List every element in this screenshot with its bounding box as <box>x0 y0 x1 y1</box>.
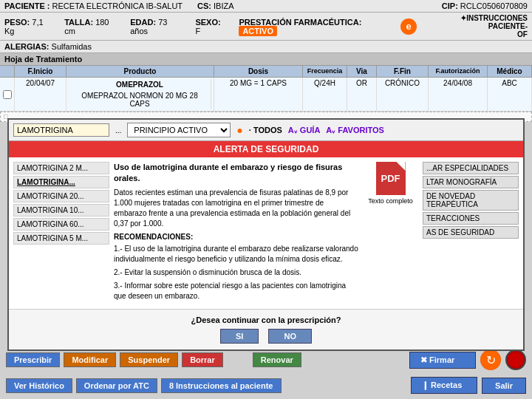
prestacion-field: PRESTACIÓN FARMACÉUTICA: ACTIVO <box>239 18 386 35</box>
right-option-seguridad[interactable]: AS DE SEGURIDAD <box>423 226 519 239</box>
edad-field: EDAD: 73 años <box>130 18 180 35</box>
row-fautorizacion: 24/04/08 <box>429 78 488 111</box>
col-check <box>0 66 15 77</box>
renovar-button[interactable]: Renovar <box>253 352 301 367</box>
secondary-buttons-left: Ver Histórico Ordenar por ATC 8 Instrucc… <box>6 378 282 393</box>
results-list: LAMOTRIGINA 2 M... LAMOTRIGINA... LAMOTR… <box>13 162 109 304</box>
result-item[interactable]: LAMOTRIGINA 5 M... <box>13 232 109 245</box>
refresh-icon[interactable]: ↻ <box>480 349 501 370</box>
action-buttons-right: ✖ Firmar ↻ <box>409 349 526 370</box>
sexo-field: SEXO: F <box>195 18 224 35</box>
no-button[interactable]: NO <box>268 329 312 344</box>
hoja-bar: Hoja de Tratamiento <box>0 53 532 66</box>
talla-field: TALLA: 180 cm <box>64 18 115 35</box>
guia-label[interactable]: Aᵥ GUÍA <box>288 126 321 135</box>
action-buttons-left: Prescribir Modificar Suspender Borrar Re… <box>6 352 301 367</box>
cs-label: CS: IBIZA <box>197 1 234 10</box>
col-ffin: F.Fin <box>377 66 429 77</box>
right-option-interacciones[interactable]: TERACCIONES <box>423 212 519 225</box>
secondary-buttons-right: ❙ Recetas Salir <box>411 377 526 394</box>
patient-info-bar: PESO: 7,1 Kg TALLA: 180 cm EDAD: 73 años… <box>0 13 532 41</box>
pdf-icon[interactable]: PDF <box>376 162 406 195</box>
modificar-button[interactable]: Modificar <box>64 352 116 367</box>
firmar-button[interactable]: ✖ Firmar <box>409 352 476 369</box>
salir-button[interactable]: Salir <box>482 378 526 394</box>
confirm-section: ¿Desea continuar con la prescripción? SI… <box>9 309 523 349</box>
row-producto: OMEPRAZOL OMEPRAZOL NORMON 20 MG 28 CAPS <box>66 78 214 111</box>
result-item[interactable]: LAMOTRIGINA 60... <box>13 218 109 231</box>
right-options: ...AR ESPECIALIDADES LTAR MONOGRAFÍA DE … <box>423 162 519 304</box>
col-fautorizacion: F.autorización <box>429 66 488 77</box>
col-via: Via <box>347 66 377 77</box>
instrucciones-label[interactable]: ✦INSTRUCCIONES PACIENTE-OF <box>432 14 528 38</box>
email-icon-container: e <box>400 18 417 35</box>
row-dosis: 20 MG = 1 CAPS <box>214 78 303 111</box>
peso-field: PESO: 7,1 Kg <box>4 18 50 35</box>
result-item[interactable]: LAMOTRIGINA 20... <box>13 190 109 202</box>
header-right: CIP: RCLC0506070809 <box>442 1 528 10</box>
row-ffin: CRÓNICO <box>377 78 429 111</box>
col-finicio: F.Inicio <box>15 66 66 77</box>
ordenar-atc-button[interactable]: Ordenar por ATC <box>76 378 157 393</box>
rec1-text: 1.- El uso de la lamotrigina durante el … <box>114 244 358 265</box>
alergias-bar: ALERGIAS: Sulfamidas <box>0 41 532 53</box>
active-dot: ● <box>236 124 242 136</box>
recetas-button[interactable]: ❙ Recetas <box>411 377 477 394</box>
right-option-especialidades[interactable]: ...AR ESPECIALIDADES <box>423 162 519 174</box>
modal-overlay: ... PRINCIPIO ACTIVO ● · TODOS Aᵥ GUÍA A… <box>7 118 525 351</box>
col-producto: Producto <box>66 66 214 77</box>
col-medico: Médico <box>488 66 532 77</box>
row-frecuencia: Q/24H <box>303 78 347 111</box>
rec3-text: 3.- Informar sobre este potencial riesgo… <box>114 281 358 301</box>
row-finicio: 20/04/07 <box>15 78 66 111</box>
row-medico: ABC <box>488 78 532 111</box>
table-row: 20/04/07 OMEPRAZOL OMEPRAZOL NORMON 20 M… <box>0 78 532 112</box>
alert-content: Uso de lamotrigina durante el embarazo y… <box>114 162 358 304</box>
alert-header: ALERTA DE SEGURIDAD <box>9 141 523 157</box>
instrucciones-paciente-button[interactable]: 8 Instrucciones al paciente <box>161 378 282 393</box>
result-item[interactable]: LAMOTRIGINA 10... <box>13 204 109 216</box>
todos-label[interactable]: · TODOS <box>249 126 282 134</box>
paciente-label: PACIENTE : RECETA ELECTRÓNICA IB-SALUT <box>4 1 183 10</box>
col-dosis: Dosis <box>214 66 303 77</box>
ellipsis: ... <box>115 126 121 134</box>
activo-badge: ACTIVO <box>239 26 277 36</box>
pdf-label: Texto completo <box>368 197 413 205</box>
col-frecuencia: Frecuencia <box>303 66 347 77</box>
cip-label: CIP: RCLC0506070809 <box>442 1 528 10</box>
alert-body: LAMOTRIGINA 2 M... LAMOTRIGINA... LAMOTR… <box>9 157 523 309</box>
row-checkbox[interactable] <box>0 78 15 111</box>
alert-title: Uso de lamotrigina durante el embarazo y… <box>114 162 358 185</box>
top-header-bar: PACIENTE : RECETA ELECTRÓNICA IB-SALUT C… <box>0 0 532 13</box>
borrar-button[interactable]: Borrar <box>182 352 223 367</box>
ver-historico-button[interactable]: Ver Histórico <box>6 378 72 393</box>
result-item[interactable]: LAMOTRIGINA 2 M... <box>13 162 109 174</box>
right-option-novedad[interactable]: DE NOVEDAD TERAPÉUTICA <box>423 190 519 211</box>
recomendaciones-label: RECOMENDACIONES: <box>114 232 358 242</box>
si-button[interactable]: SI <box>220 329 259 344</box>
right-option-monografia[interactable]: LTAR MONOGRAFÍA <box>423 176 519 188</box>
row-via: OR <box>347 78 377 111</box>
favoritos-label[interactable]: Aᵥ FAVORITOS <box>326 126 384 135</box>
search-input[interactable] <box>13 123 109 137</box>
suspender-button[interactable]: Suspender <box>120 352 178 367</box>
modal-search-bar: ... PRINCIPIO ACTIVO ● · TODOS Aᵥ GUÍA A… <box>9 120 523 141</box>
result-item-selected[interactable]: LAMOTRIGINA... <box>13 176 109 188</box>
rec2-text: 2.- Evitar la suspensión o disminución b… <box>114 267 358 278</box>
alert-body-text: Datos recientes estiman una prevalencia … <box>114 188 358 229</box>
prescribir-button[interactable]: Prescribir <box>6 352 60 367</box>
confirm-text: ¿Desea continuar con la prescripción? <box>15 316 517 324</box>
pdf-box: PDF Texto completo <box>363 162 418 304</box>
table-header: F.Inicio Producto Dosis Frecuencia Via F… <box>0 66 532 78</box>
email-icon: e <box>400 18 417 35</box>
header-left: PACIENTE : RECETA ELECTRÓNICA IB-SALUT C… <box>4 1 234 10</box>
bottom-buttons-row2: Ver Histórico Ordenar por ATC 8 Instrucc… <box>0 375 532 395</box>
principle-dropdown[interactable]: PRINCIPIO ACTIVO <box>127 123 231 137</box>
logo-icon <box>505 349 526 370</box>
pdf-fold <box>397 162 406 171</box>
